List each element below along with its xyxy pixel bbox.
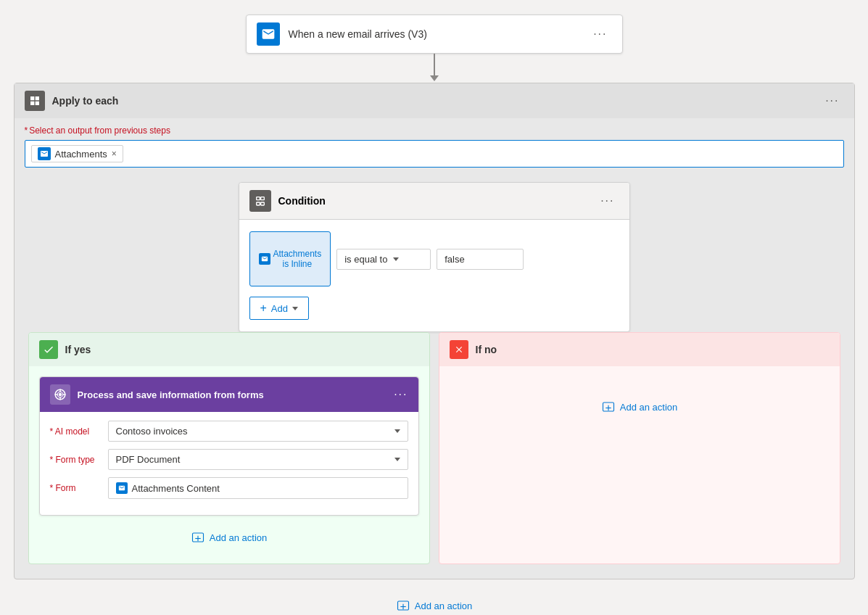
condition-more-button[interactable]: ···	[596, 193, 619, 209]
branch-no-header: If no	[439, 333, 840, 366]
branch-yes-label: If yes	[65, 344, 91, 355]
ai-model-label: AI model	[50, 426, 108, 437]
trigger-icon	[257, 22, 280, 46]
ai-model-value: Contoso invoices	[116, 426, 188, 437]
svg-point-0	[58, 393, 62, 397]
branch-no-label: If no	[476, 344, 497, 355]
trigger-more-button[interactable]: ···	[589, 26, 611, 42]
add-action-no-icon	[601, 400, 616, 414]
condition-operator-select[interactable]: is equal to	[336, 249, 431, 270]
add-action-yes-button[interactable]: Add an action	[183, 526, 275, 549]
add-action-no-button[interactable]: Add an action	[594, 395, 685, 418]
branches-row: If yes	[28, 332, 840, 564]
add-chevron-icon	[292, 307, 298, 310]
condition-block: Condition ··· Attachments is Inline	[239, 182, 630, 332]
inner-content: Condition ··· Attachments is Inline	[15, 175, 854, 579]
form-type-select[interactable]: PDF Document	[108, 449, 408, 470]
process-block: Process and save information from forms …	[39, 376, 419, 516]
bottom-add-action-area: Add an action	[389, 579, 480, 615]
add-action-no-label: Add an action	[620, 402, 678, 413]
form-input[interactable]: Attachments Content	[108, 477, 408, 499]
add-action-yes-label: Add an action	[210, 532, 268, 543]
ai-model-chevron	[394, 429, 400, 433]
condition-operator-chevron	[393, 257, 399, 261]
form-type-value: PDF Document	[116, 454, 181, 465]
form-value: Attachments Content	[132, 483, 220, 494]
attachment-tag-icon	[38, 147, 51, 160]
trigger-title: When a new email arrives (V3)	[289, 28, 590, 40]
required-star: *	[25, 125, 28, 136]
process-title: Process and save information from forms	[78, 389, 387, 400]
form-type-chevron	[394, 458, 400, 461]
select-output-area: *Select an output from previous steps At…	[15, 118, 854, 175]
process-icon	[50, 384, 70, 405]
add-action-bottom-icon	[396, 598, 410, 613]
apply-each-icon	[25, 91, 45, 111]
form-value-icon	[116, 482, 128, 494]
form-type-row: Form type PDF Document	[50, 449, 408, 470]
apply-each-title: Apply to each	[52, 95, 822, 107]
branch-yes: If yes	[28, 332, 430, 564]
branch-yes-body: Process and save information from forms …	[29, 366, 429, 564]
process-body: AI model Contoso invoices Form type	[40, 412, 418, 515]
check-icon	[39, 340, 58, 359]
condition-title: Condition	[278, 195, 597, 207]
attachment-tag-close[interactable]: ×	[112, 149, 117, 159]
condition-pill[interactable]: Attachments is Inline	[249, 231, 331, 286]
apply-each-header: Apply to each ···	[15, 83, 854, 118]
condition-icon	[249, 190, 271, 212]
attachment-tag: Attachments ×	[31, 145, 123, 162]
process-block-header: Process and save information from forms …	[40, 377, 418, 412]
condition-value-input[interactable]: false	[437, 249, 524, 270]
form-label: Form	[50, 483, 108, 493]
apply-each-more-button[interactable]: ···	[821, 93, 843, 109]
apply-each-container: Apply to each ··· *Select an output from…	[14, 83, 855, 579]
add-action-yes-icon	[191, 530, 205, 545]
branch-no: If no Add an action	[439, 332, 840, 564]
form-type-label: Form type	[50, 455, 108, 465]
arrow-connector-1	[430, 54, 439, 83]
trigger-block: When a new email arrives (V3) ···	[246, 15, 623, 54]
x-icon	[450, 340, 468, 359]
condition-row: Attachments is Inline is equal to false	[249, 231, 619, 286]
ai-model-row: AI model Contoso invoices	[50, 421, 408, 442]
add-icon: +	[260, 302, 267, 315]
branch-yes-header: If yes	[29, 333, 429, 366]
form-row: Form Attachments Content	[50, 477, 408, 499]
condition-header: Condition ···	[239, 183, 629, 220]
condition-body: Attachments is Inline is equal to false …	[239, 220, 629, 331]
add-action-bottom-label: Add an action	[415, 600, 473, 611]
condition-add-button[interactable]: + Add	[249, 297, 309, 320]
add-action-bottom-button[interactable]: Add an action	[389, 594, 480, 615]
ai-model-select[interactable]: Contoso invoices	[108, 421, 408, 442]
select-output-label: *Select an output from previous steps	[25, 125, 844, 136]
process-more-button[interactable]: ···	[394, 388, 408, 401]
attachment-tag-label: Attachments	[55, 149, 107, 160]
attachments-input[interactable]: Attachments ×	[25, 140, 844, 168]
branch-no-body: Add an action	[439, 366, 840, 447]
